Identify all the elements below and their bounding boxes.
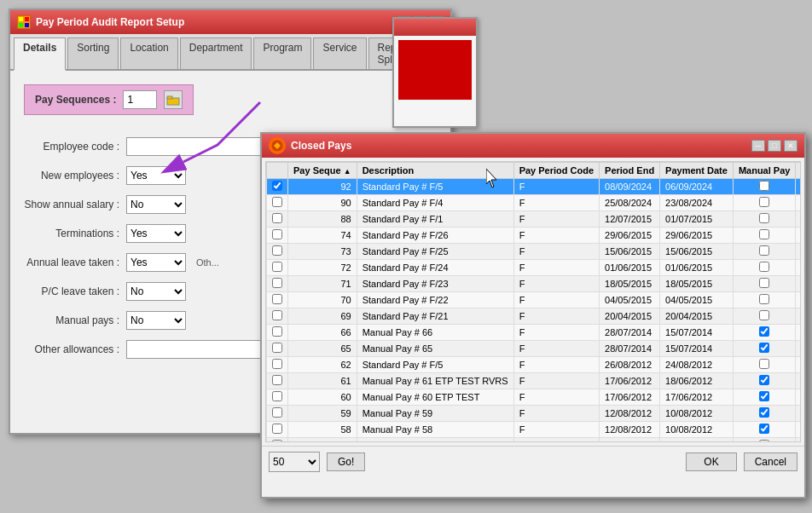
row-closed[interactable] [796, 276, 801, 292]
row-checkbox[interactable] [267, 325, 288, 341]
row-closed[interactable] [796, 325, 801, 341]
row-checkbox[interactable] [267, 292, 288, 308]
show-annual-salary-select[interactable]: No Yes [126, 195, 186, 214]
tab-department[interactable]: Department [180, 37, 252, 69]
row-checkbox[interactable] [267, 195, 288, 211]
table-row[interactable]: 69 Standard Pay # F/21 F 20/04/2015 20/0… [267, 308, 802, 325]
row-manual-pay[interactable] [733, 341, 796, 357]
row-checkbox[interactable] [267, 308, 288, 325]
svg-rect-2 [19, 23, 23, 27]
table-row[interactable]: 72 Standard Pay # F/24 F 01/06/2015 01/0… [267, 260, 802, 276]
row-checkbox[interactable] [267, 341, 288, 357]
row-manual-pay[interactable] [733, 228, 796, 244]
cancel-button[interactable]: Cancel [744, 452, 798, 471]
col-period-end[interactable]: Period End [600, 163, 660, 179]
tab-details[interactable]: Details [14, 37, 66, 71]
table-row[interactable]: 57 Manual Pay # 57 F 12/08/2012 10/08/20… [267, 438, 802, 443]
row-closed[interactable] [796, 244, 801, 260]
row-manual-pay[interactable] [733, 325, 796, 341]
table-row[interactable]: 74 Standard Pay # F/26 F 29/06/2015 29/0… [267, 228, 802, 244]
annual-leave-taken-select[interactable]: Yes No [126, 253, 186, 272]
row-closed[interactable] [796, 406, 801, 422]
table-row[interactable]: 73 Standard Pay # F/25 F 15/06/2015 15/0… [267, 244, 802, 260]
col-payment-date[interactable]: Payment Date [660, 163, 734, 179]
table-row[interactable]: 90 Standard Pay # F/4 F 25/08/2024 23/08… [267, 195, 802, 211]
cp-minimize-button[interactable]: ─ [751, 140, 765, 152]
ok-button[interactable]: OK [686, 452, 736, 471]
row-checkbox[interactable] [267, 422, 288, 438]
cp-maximize-button[interactable]: □ [768, 140, 781, 152]
col-description[interactable]: Description [357, 163, 513, 179]
pay-sequences-browse-button[interactable] [164, 90, 183, 109]
col-pay-period-code[interactable]: Pay Period Code [513, 163, 599, 179]
table-row[interactable]: 70 Standard Pay # F/22 F 04/05/2015 04/0… [267, 292, 802, 308]
cp-close-button[interactable]: ✕ [784, 140, 798, 152]
row-closed[interactable] [796, 292, 801, 308]
row-manual-pay[interactable] [733, 438, 796, 443]
row-manual-pay[interactable] [733, 406, 796, 422]
row-manual-pay[interactable] [733, 389, 796, 406]
table-row[interactable]: 60 Manual Pay # 60 ETP TEST F 17/06/2012… [267, 389, 802, 406]
col-pay-sequence[interactable]: Pay Seque [288, 163, 357, 179]
row-checkbox[interactable] [267, 357, 288, 373]
other-allowances-input[interactable] [126, 340, 263, 359]
row-manual-pay[interactable] [733, 308, 796, 325]
row-closed[interactable] [796, 389, 801, 406]
terminations-select[interactable]: Yes No [126, 224, 186, 243]
manual-pays-select[interactable]: No Yes [126, 311, 186, 330]
pc-leave-taken-select[interactable]: No Yes [126, 282, 186, 301]
table-row[interactable]: 88 Standard Pay # F/1 F 12/07/2015 01/07… [267, 211, 802, 228]
row-closed[interactable] [796, 195, 801, 211]
row-closed[interactable] [796, 260, 801, 276]
table-row[interactable]: 58 Manual Pay # 58 F 12/08/2012 10/08/20… [267, 422, 802, 438]
table-row[interactable]: 61 Manual Pay # 61 ETP TEST RVRS F 17/06… [267, 373, 802, 389]
row-manual-pay[interactable] [733, 179, 796, 195]
row-manual-pay[interactable] [733, 373, 796, 389]
tab-sorting[interactable]: Sorting [67, 37, 119, 69]
row-checkbox[interactable] [267, 260, 288, 276]
row-checkbox[interactable] [267, 244, 288, 260]
row-manual-pay[interactable] [733, 357, 796, 373]
table-row[interactable]: 66 Manual Pay # 66 F 28/07/2014 15/07/20… [267, 325, 802, 341]
col-closed[interactable]: Closed [796, 163, 801, 179]
row-closed[interactable] [796, 179, 801, 195]
col-manual-pay[interactable]: Manual Pay [733, 163, 796, 179]
row-closed[interactable] [796, 341, 801, 357]
row-closed[interactable] [796, 373, 801, 389]
page-size-select[interactable]: 50 25 100 [269, 452, 320, 472]
tab-location[interactable]: Location [120, 37, 177, 69]
row-manual-pay[interactable] [733, 276, 796, 292]
row-checkbox[interactable] [267, 179, 288, 195]
row-closed[interactable] [796, 438, 801, 443]
row-closed[interactable] [796, 422, 801, 438]
row-closed[interactable] [796, 357, 801, 373]
row-closed[interactable] [796, 308, 801, 325]
row-checkbox[interactable] [267, 211, 288, 228]
tab-service[interactable]: Service [313, 37, 366, 69]
go-button[interactable]: Go! [327, 452, 365, 471]
pays-table-container[interactable]: Pay Seque Description Pay Period Code Pe… [265, 161, 801, 442]
row-manual-pay[interactable] [733, 244, 796, 260]
table-row[interactable]: 65 Manual Pay # 65 F 28/07/2014 15/07/20… [267, 341, 802, 357]
row-manual-pay[interactable] [733, 211, 796, 228]
table-row[interactable]: 62 Standard Pay # F/5 F 26/08/2012 24/08… [267, 357, 802, 373]
table-row[interactable]: 59 Manual Pay # 59 F 12/08/2012 10/08/20… [267, 406, 802, 422]
new-employees-select[interactable]: Yes No [126, 166, 186, 185]
row-checkbox[interactable] [267, 406, 288, 422]
row-closed[interactable] [796, 211, 801, 228]
row-closed[interactable] [796, 228, 801, 244]
employee-code-input[interactable] [126, 137, 263, 156]
pay-sequences-input[interactable] [123, 90, 157, 109]
row-manual-pay[interactable] [733, 292, 796, 308]
tab-program[interactable]: Program [253, 37, 311, 69]
table-row[interactable]: 71 Standard Pay # F/23 F 18/05/2015 18/0… [267, 276, 802, 292]
table-row[interactable]: 92 Standard Pay # F/5 F 08/09/2024 06/09… [267, 179, 802, 195]
row-manual-pay[interactable] [733, 260, 796, 276]
row-checkbox[interactable] [267, 438, 288, 443]
row-checkbox[interactable] [267, 373, 288, 389]
row-manual-pay[interactable] [733, 422, 796, 438]
row-checkbox[interactable] [267, 276, 288, 292]
row-manual-pay[interactable] [733, 195, 796, 211]
row-checkbox[interactable] [267, 228, 288, 244]
row-checkbox[interactable] [267, 389, 288, 406]
